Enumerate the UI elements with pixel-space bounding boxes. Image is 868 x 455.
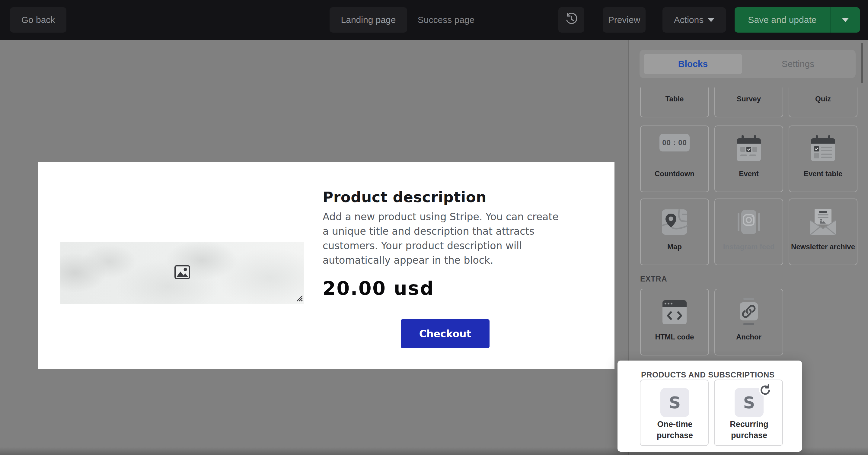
product-description: Add a new product using Stripe. You can … <box>322 210 568 268</box>
block-tile-anchor[interactable]: Anchor <box>714 289 783 355</box>
block-label: Countdown <box>641 169 708 178</box>
block-label: Table <box>641 95 708 103</box>
stripe-s-glyph: S <box>743 393 755 412</box>
block-tile-event-table[interactable]: Event table <box>788 126 858 192</box>
block-label: Event table <box>789 169 857 178</box>
tab-blocks[interactable]: Blocks <box>644 54 742 74</box>
block-tile-quiz[interactable]: Quiz <box>788 88 858 118</box>
sidebar-tabs: Blocks Settings <box>640 50 856 78</box>
page-builder-app: Go back Landing page Success page Previe… <box>0 0 868 455</box>
block-label: Instagram feed <box>715 242 783 251</box>
block-label: Anchor <box>715 333 783 341</box>
block-tile-event[interactable]: Event <box>714 126 783 192</box>
block-label: Newsletter archive <box>789 242 857 251</box>
block-tile-html-code[interactable]: HTML code <box>640 289 709 355</box>
topbar: Go back Landing page Success page Previe… <box>0 0 868 40</box>
product-title: Product description <box>322 189 487 205</box>
checkout-button[interactable]: Checkout <box>401 319 490 348</box>
save-dropdown-button[interactable] <box>830 7 860 33</box>
block-label: Quiz <box>789 95 857 103</box>
product-price: 20.00 usd <box>322 277 434 299</box>
chevron-down-icon <box>708 18 714 22</box>
block-label: HTML code <box>641 333 708 341</box>
block-tile-newsletter-archive[interactable]: Newsletter archive <box>788 198 858 265</box>
newsletter-archive-icon <box>789 207 857 237</box>
products-subscriptions-panel: PRODUCTS AND SUBSCRIPTIONS S One-time pu… <box>618 361 802 452</box>
actions-label: Actions <box>674 15 704 25</box>
product-block: Product description Add a new product us… <box>38 162 615 369</box>
block-tile-map[interactable]: Map <box>640 198 709 265</box>
block-tile-table[interactable]: Table <box>640 88 709 118</box>
product-image-placeholder[interactable] <box>60 242 304 304</box>
sidebar-scrollbar[interactable] <box>861 43 863 83</box>
html-code-icon <box>641 297 708 327</box>
actions-button[interactable]: Actions <box>662 7 726 33</box>
stripe-one-time-icon: S <box>660 388 689 417</box>
editor-canvas: Product description Add a new product us… <box>0 40 628 455</box>
stripe-s-glyph: S <box>669 393 681 412</box>
blocks-row-partial: Table Survey Quiz <box>629 88 868 118</box>
image-icon <box>174 264 191 282</box>
save-and-update-button[interactable]: Save and update <box>735 7 830 33</box>
block-label: One-time purchase <box>652 419 698 441</box>
block-tile-recurring-purchase[interactable]: S Recurring purchase <box>714 380 783 446</box>
history-icon <box>565 12 578 28</box>
tab-success-page[interactable]: Success page <box>410 7 482 33</box>
block-label: Recurring purchase <box>726 419 772 441</box>
resize-handle-icon[interactable] <box>296 295 303 303</box>
block-label: Survey <box>715 95 783 103</box>
preview-button[interactable]: Preview <box>603 7 646 33</box>
block-label: Event <box>715 169 783 178</box>
event-table-icon <box>789 134 857 164</box>
instagram-icon <box>715 207 783 237</box>
tab-landing-page[interactable]: Landing page <box>330 7 407 33</box>
products-section-heading: PRODUCTS AND SUBSCRIPTIONS <box>641 370 775 380</box>
block-tile-countdown[interactable]: 00 : 00 Countdown <box>640 126 709 192</box>
map-icon <box>641 207 708 237</box>
countdown-digits: 00 : 00 <box>662 138 687 147</box>
event-icon <box>715 134 783 164</box>
anchor-icon <box>715 297 783 327</box>
go-back-button[interactable]: Go back <box>10 7 66 33</box>
recurring-refresh-icon <box>759 383 772 398</box>
block-tile-one-time-purchase[interactable]: S One-time purchase <box>640 380 709 446</box>
block-tile-instagram-feed[interactable]: Instagram feed <box>714 198 783 265</box>
countdown-icon: 00 : 00 <box>641 134 708 152</box>
tab-settings[interactable]: Settings <box>748 54 848 74</box>
chevron-down-icon <box>842 18 849 22</box>
block-tile-survey[interactable]: Survey <box>714 88 783 118</box>
extra-section-heading: EXTRA <box>640 274 667 283</box>
block-label: Map <box>641 242 708 251</box>
history-button[interactable] <box>558 7 584 33</box>
